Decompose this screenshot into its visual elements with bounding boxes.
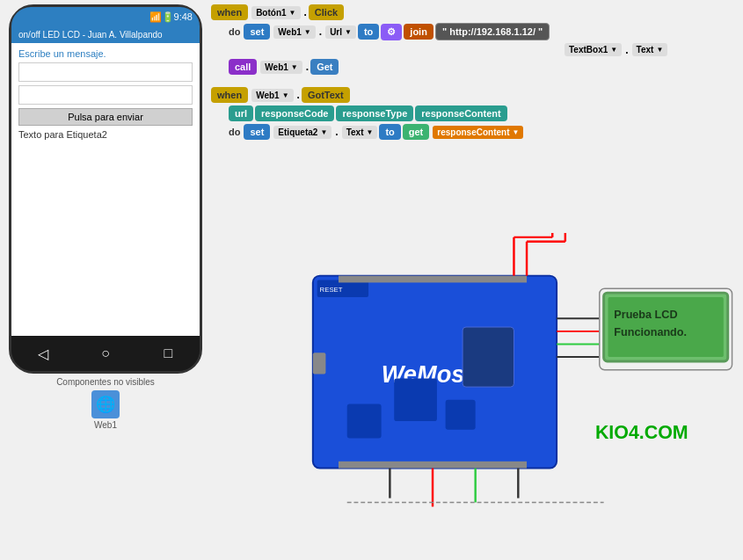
block-group-2: when Web1 ▼ . GotText url responseCode r… <box>211 87 730 140</box>
set-block: set <box>244 24 270 40</box>
phone-outer: 📶 🔋 9:48 on/off LED LCD - Juan A. Villal… <box>9 4 202 374</box>
svg-rect-8 <box>463 327 514 387</box>
web1-component: 🌐 Web1 <box>91 390 120 430</box>
svg-rect-10 <box>339 462 527 469</box>
svg-rect-33 <box>608 297 723 357</box>
components-label: Componentes no visibles <box>9 377 202 387</box>
phone-status-bar: 📶 🔋 9:48 <box>11 7 200 26</box>
etiqueta2-dropdown[interactable]: Etiqueta2 ▼ <box>273 126 331 139</box>
svg-rect-6 <box>394 378 437 421</box>
phone-bottom-area: Componentes no visibles 🌐 Web1 <box>9 374 202 433</box>
message-input2[interactable] <box>18 85 193 105</box>
svg-text:RESET: RESET <box>320 286 343 294</box>
home-button[interactable]: ○ <box>96 344 115 363</box>
svg-rect-7 <box>446 400 476 430</box>
gear-block: ⚙ <box>381 24 402 40</box>
boton1-dropdown[interactable]: Botón1 ▼ <box>251 6 300 19</box>
svg-text:Prueba LCD: Prueba LCD <box>614 309 677 321</box>
block-row-call: call Web1 ▼ . Get <box>229 59 730 75</box>
web1-call-dropdown[interactable]: Web1 ▼ <box>260 61 302 74</box>
dot5: . <box>297 89 300 101</box>
app-title: on/off LED LCD - Juan A. Villalpando <box>18 30 163 40</box>
dot4: . <box>306 61 309 73</box>
text-dropdown[interactable]: Text ▼ <box>632 43 668 56</box>
block-row-textbox: TextBox1 ▼ . Text ▼ <box>563 43 730 56</box>
svg-rect-0 <box>313 276 557 469</box>
call-block: call <box>229 59 257 75</box>
phone-screen: Escribe un mensaje. Pulsa para enviar Te… <box>11 43 200 336</box>
to-block: to <box>358 24 379 40</box>
url-param: url <box>229 105 253 121</box>
response-code-param: responseCode <box>255 105 334 121</box>
message-input[interactable] <box>18 62 193 82</box>
dropdown-arrow: ▼ <box>289 9 296 17</box>
block-row-when-click: when Botón1 ▼ . Click <box>211 4 730 20</box>
svg-rect-9 <box>339 276 527 283</box>
web1-set-dropdown[interactable]: Web1 ▼ <box>273 25 315 39</box>
svg-rect-4 <box>313 353 326 374</box>
url-string-block: " http://192.168.1.12/ " <box>435 23 550 40</box>
do-label: do <box>229 26 240 37</box>
gottext-block: GotText <box>302 87 350 103</box>
recents-button[interactable]: □ <box>158 344 178 363</box>
to-block-2: to <box>379 124 400 140</box>
svg-rect-5 <box>347 404 382 439</box>
back-button[interactable]: ◁ <box>33 344 53 363</box>
block-row-gottext: when Web1 ▼ . GotText <box>211 87 730 103</box>
svg-text:KIO4.COM: KIO4.COM <box>595 422 688 443</box>
block-group-1: when Botón1 ▼ . Click do set Web1 ▼ . Ur <box>211 4 730 75</box>
get-block: Get <box>310 59 339 75</box>
block-row-set-etiqueta: do set Etiqueta2 ▼ . Text ▼ to get respo… <box>229 124 730 140</box>
block-row-params: url responseCode responseType responseCo… <box>229 105 730 121</box>
do-label-2: do <box>229 127 240 137</box>
svg-text:WeMosD1: WeMosD1 <box>382 360 496 388</box>
phone-mockup: 📶 🔋 9:48 on/off LED LCD - Juan A. Villal… <box>9 4 202 374</box>
set-block-2: set <box>244 124 270 140</box>
phone-nav-bar: ◁ ○ □ <box>11 336 200 371</box>
dot3: . <box>625 44 628 56</box>
response-type-param: responseType <box>336 105 413 121</box>
wifi-icon: 📶 <box>149 11 162 23</box>
when-block: when <box>211 4 248 20</box>
web1-icon: 🌐 <box>91 390 120 418</box>
battery-icon: 🔋 <box>162 11 174 23</box>
svg-rect-2 <box>317 280 368 297</box>
svg-rect-36 <box>600 288 732 369</box>
svg-text:Funcionando.: Funcionando. <box>614 326 687 338</box>
get-block-2: get <box>403 124 430 140</box>
text-prop-dropdown[interactable]: Text ▼ <box>342 126 378 139</box>
web1-label: Web1 <box>94 420 117 430</box>
dot2: . <box>319 25 322 38</box>
web1-when-dropdown[interactable]: Web1 ▼ <box>251 89 293 102</box>
click-block: Click <box>309 4 344 20</box>
textbox1-dropdown[interactable]: TextBox1 ▼ <box>565 43 622 56</box>
svg-rect-32 <box>604 293 728 361</box>
dot1: . <box>304 6 307 18</box>
url-dropdown[interactable]: Url ▼ <box>325 25 356 39</box>
response-content-dropdown[interactable]: responseContent ▼ <box>433 126 523 139</box>
diagram-area: WeMosD1 RESET <box>255 233 739 549</box>
phone-title-bar: on/off LED LCD - Juan A. Villalpando <box>11 26 200 43</box>
url-value: " http://192.168.1.12/ " <box>442 26 543 37</box>
status-time: 9:48 <box>174 11 193 22</box>
write-label: Escribe un mensaje. <box>18 48 193 59</box>
dot6: . <box>335 126 338 138</box>
when-block-2: when <box>211 87 248 103</box>
blocks-area: when Botón1 ▼ . Click do set Web1 ▼ . Ur <box>211 4 730 152</box>
etiqueta2-label: Texto para Etiqueta2 <box>18 129 193 140</box>
send-button[interactable]: Pulsa para enviar <box>18 108 193 126</box>
response-content-param: responseContent <box>415 105 506 121</box>
block-row-set-url: do set Web1 ▼ . Url ▼ to ⚙ join " http:/… <box>229 23 730 40</box>
join-block: join <box>404 24 433 40</box>
when-label: when <box>217 7 242 18</box>
wiring-diagram: WeMosD1 RESET <box>255 233 739 549</box>
